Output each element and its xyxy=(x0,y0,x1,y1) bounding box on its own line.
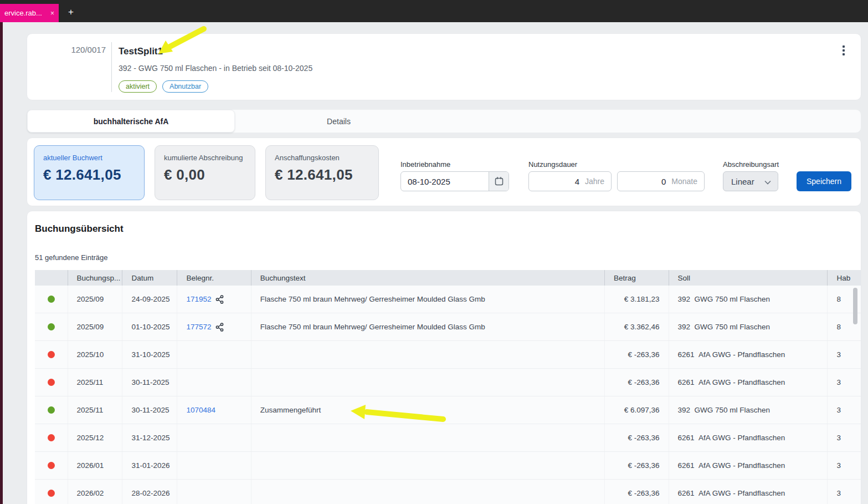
green-status-dot-icon xyxy=(48,406,55,414)
cell-bookingtext xyxy=(251,369,605,396)
nutzungsdauer-jahre-input[interactable]: 4 Jahre xyxy=(528,171,612,191)
column-header[interactable] xyxy=(35,270,68,286)
calendar-icon[interactable] xyxy=(489,172,509,191)
cell xyxy=(35,452,68,479)
document-link[interactable]: 177572 xyxy=(186,323,211,331)
metric-value: € 0,00 xyxy=(164,166,246,184)
red-status-dot-icon xyxy=(48,434,55,441)
cell-date: 30-11-2025 xyxy=(122,369,177,396)
cell-bookingtext xyxy=(251,424,605,451)
inbetriebnahme-label: Inbetriebnahme xyxy=(400,160,450,169)
cell-date: 28-02-2026 xyxy=(122,480,177,504)
abschreibungsart-select[interactable]: Linear xyxy=(723,171,778,191)
cell-debit: 6261 AfA GWG - Pfandflaschen xyxy=(669,480,828,504)
cell-date: 24-09-2025 xyxy=(122,286,177,313)
metric-card-abschreibung[interactable]: kumulierte Abschreibung € 0,00 xyxy=(155,145,255,200)
chevron-down-icon xyxy=(764,177,778,186)
metric-label: Anschaffungskosten xyxy=(275,154,369,162)
cell-date: 01-10-2025 xyxy=(122,313,177,340)
cell-docno xyxy=(177,341,251,368)
table-row[interactable]: 2026/0228-02-2026€ -263,366261 AfA GWG -… xyxy=(35,480,861,504)
document-link[interactable]: 1070484 xyxy=(186,406,215,414)
table-row[interactable]: 2025/1231-12-2025€ -263,366261 AfA GWG -… xyxy=(35,424,861,452)
cell-amount: € 3.181,23 xyxy=(605,286,669,313)
cell-debit: 6261 AfA GWG - Pfandflaschen xyxy=(669,424,828,451)
cell-amount: € -263,36 xyxy=(605,424,669,451)
bookings-table-body: 2025/0924-09-2025171952Flasche 750 ml br… xyxy=(35,286,861,504)
cell-credit: 3 xyxy=(828,369,861,396)
document-link[interactable]: 171952 xyxy=(186,295,211,303)
column-header[interactable]: Datum xyxy=(122,270,177,286)
cell-debit: 6261 AfA GWG - Pfandflaschen xyxy=(669,341,828,368)
table-row[interactable]: 2025/1031-10-2025€ -263,366261 AfA GWG -… xyxy=(35,341,861,369)
cell-credit: 3 xyxy=(828,341,861,368)
column-header[interactable]: Buchungsp... xyxy=(68,270,123,286)
column-header[interactable]: Belegnr. xyxy=(177,270,251,286)
inbetriebnahme-value: 08-10-2025 xyxy=(401,177,489,186)
nutzungsdauer-monate-input[interactable]: 0 Monate xyxy=(617,171,705,191)
cell-docno xyxy=(177,452,251,479)
monate-suffix: Monate xyxy=(671,177,704,186)
table-row[interactable]: 2025/1130-11-2025€ -263,366261 AfA GWG -… xyxy=(35,369,861,396)
column-header[interactable]: Buchungstext xyxy=(251,270,605,286)
inbetriebnahme-input[interactable]: 08-10-2025 xyxy=(400,171,509,191)
browser-tab[interactable]: ervice.rab... × xyxy=(0,4,59,22)
cell-amount: € -263,36 xyxy=(605,480,669,504)
kebab-menu-icon[interactable] xyxy=(839,44,849,57)
cell-period: 2025/12 xyxy=(68,424,123,451)
tab-close-icon[interactable]: × xyxy=(50,9,54,17)
table-row[interactable]: 2026/0131-01-2026€ -263,366261 AfA GWG -… xyxy=(35,452,861,480)
asset-header-card: 120/0017 TestSplit1 392 - GWG 750 ml Fla… xyxy=(27,33,861,100)
afa-settings-panel: aktueller Buchwert € 12.641,05 kumuliert… xyxy=(27,138,861,206)
red-status-dot-icon xyxy=(48,490,55,497)
bookings-title: Buchungsübersicht xyxy=(35,223,124,235)
asset-number: 120/0017 xyxy=(39,45,106,54)
cell xyxy=(35,369,68,396)
cell-bookingtext xyxy=(251,452,605,479)
monate-value: 0 xyxy=(618,177,671,186)
cell-period: 2026/02 xyxy=(68,480,123,504)
cell xyxy=(35,424,68,451)
jahre-suffix: Jahre xyxy=(585,177,611,186)
column-header[interactable]: Soll xyxy=(669,270,828,286)
share-icon[interactable] xyxy=(215,323,224,332)
table-row[interactable]: 2025/0901-10-2025177572Flasche 750 ml br… xyxy=(35,313,861,341)
metric-card-buchwert[interactable]: aktueller Buchwert € 12.641,05 xyxy=(34,145,145,200)
table-scrollbar-thumb[interactable] xyxy=(853,288,857,324)
cell-docno xyxy=(177,424,251,451)
save-button[interactable]: Speichern xyxy=(797,171,851,191)
status-badge-aktiviert: aktiviert xyxy=(119,80,157,93)
asset-title: TestSplit1 xyxy=(119,46,163,57)
asset-subtitle: 392 - GWG 750 ml Flaschen - in Betrieb s… xyxy=(119,64,312,73)
bookings-table: Buchungsp...DatumBelegnr.BuchungstextBet… xyxy=(35,270,861,504)
cell-credit: 3 xyxy=(828,452,861,479)
tab-buchhalterische-afa[interactable]: buchhalterische AfA xyxy=(27,110,235,133)
cell-bookingtext: Zusammengeführt xyxy=(251,396,605,424)
metric-value: € 12.641,05 xyxy=(275,166,369,184)
cell-bookingtext: Flasche 750 ml braun Mehrweg/ Gerresheim… xyxy=(251,313,605,340)
column-header[interactable]: Betrag xyxy=(605,270,669,286)
abschreibungsart-label: Abschreibungsart xyxy=(723,160,779,169)
metric-label: aktueller Buchwert xyxy=(43,154,135,162)
left-edge-strip xyxy=(0,22,3,504)
abschreibungsart-value: Linear xyxy=(723,177,764,186)
share-icon[interactable] xyxy=(215,295,224,304)
cell-date: 31-12-2025 xyxy=(122,424,177,451)
green-status-dot-icon xyxy=(48,296,55,303)
table-row[interactable]: 2025/1130-11-20251070484Zusammengeführt€… xyxy=(35,396,861,424)
cell-date: 31-01-2026 xyxy=(122,452,177,479)
red-status-dot-icon xyxy=(48,351,55,358)
table-row[interactable]: 2025/0924-09-2025171952Flasche 750 ml br… xyxy=(35,286,861,313)
red-status-dot-icon xyxy=(48,379,55,386)
cell-period: 2025/10 xyxy=(68,341,123,368)
cell-debit: 392 GWG 750 ml Flaschen xyxy=(669,286,828,313)
cell-debit: 6261 AfA GWG - Pfandflaschen xyxy=(669,452,828,479)
tab-bar: buchhalterische AfA Details xyxy=(27,109,861,133)
metric-label: kumulierte Abschreibung xyxy=(164,154,246,162)
tab-details[interactable]: Details xyxy=(235,110,443,133)
metric-card-anschaffungskosten[interactable]: Anschaffungskosten € 12.641,05 xyxy=(265,145,379,200)
new-tab-button[interactable]: + xyxy=(64,6,78,19)
cell-period: 2025/11 xyxy=(68,369,123,396)
column-header[interactable]: Hab xyxy=(828,270,861,286)
cell-debit: 6261 AfA GWG - Pfandflaschen xyxy=(669,369,828,396)
